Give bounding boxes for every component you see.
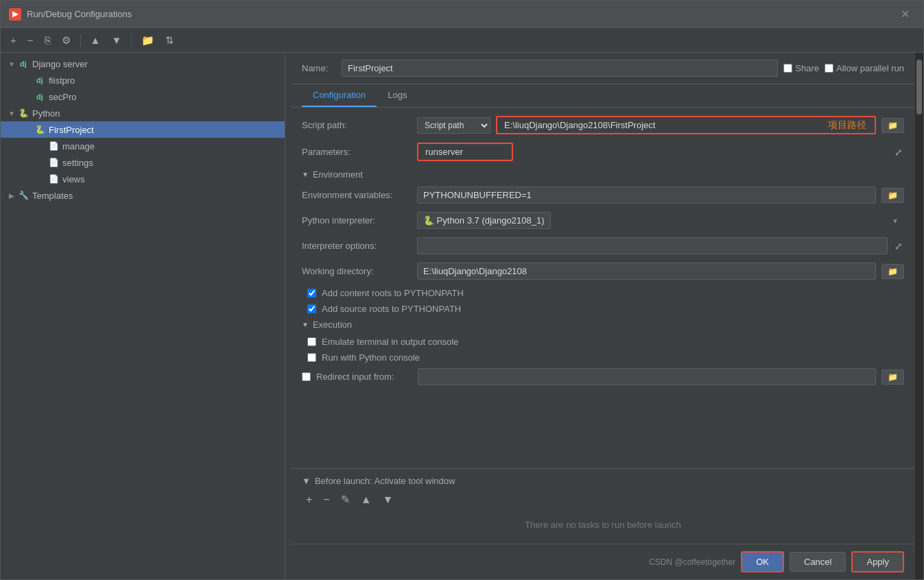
share-checkbox-label[interactable]: Share bbox=[783, 63, 819, 73]
emulate-terminal-label[interactable]: Emulate terminal in output console bbox=[322, 337, 458, 347]
redirect-input-checkbox[interactable] bbox=[302, 372, 311, 381]
env-variables-row: Environment variables: 📁 bbox=[302, 186, 904, 204]
python-interpreter-dropdown[interactable]: 🐍 Python 3.7 (django2108_1) bbox=[417, 212, 551, 229]
share-label: Share bbox=[795, 63, 819, 73]
redirect-input-browse-button[interactable]: 📁 bbox=[881, 370, 904, 385]
parallel-label: Allow parallel run bbox=[836, 63, 904, 73]
py-icon: 🐍 bbox=[34, 123, 46, 136]
sort-button[interactable]: ⇅ bbox=[161, 32, 178, 49]
launch-edit-button[interactable]: ✎ bbox=[337, 492, 354, 507]
launch-up-button[interactable]: ▲ bbox=[357, 492, 376, 507]
tree-label: views bbox=[62, 174, 85, 184]
working-directory-input[interactable] bbox=[417, 263, 876, 280]
tree-label: fiistpro bbox=[49, 75, 75, 86]
redirect-input-row: Redirect input from: 📁 bbox=[302, 368, 904, 385]
before-launch-label: Before launch: Activate tool window bbox=[315, 476, 455, 486]
parameters-expand-button[interactable]: ⤢ bbox=[893, 145, 904, 159]
left-panel: ▼ dj Django server dj fiistpro dj secPro bbox=[1, 53, 285, 579]
copy-button[interactable]: ⎘ bbox=[40, 32, 55, 48]
file-icon: 📄 bbox=[47, 140, 60, 152]
tree-item-templates[interactable]: ▶ 🔧 Templates bbox=[1, 187, 285, 204]
title-bar: ▶ Run/Debug Configurations ✕ bbox=[1, 1, 923, 28]
name-label: Name: bbox=[302, 63, 336, 73]
settings-button[interactable]: ⚙ bbox=[58, 32, 75, 49]
toolbar-divider-2 bbox=[131, 34, 132, 47]
execution-section-header[interactable]: ▼ Execution bbox=[302, 319, 904, 330]
environment-section-header[interactable]: ▼ Environment bbox=[302, 169, 904, 180]
script-path-input[interactable] bbox=[500, 119, 822, 132]
script-type-dropdown[interactable]: Script path Module name bbox=[417, 117, 490, 134]
before-launch-section: ▼ Before launch: Activate tool window + … bbox=[291, 468, 915, 544]
redirect-input-field[interactable] bbox=[418, 368, 876, 385]
right-scrollbar[interactable] bbox=[915, 53, 923, 579]
dj-icon: dj bbox=[34, 90, 46, 103]
add-source-roots-checkbox[interactable] bbox=[307, 304, 316, 313]
tab-logs[interactable]: Logs bbox=[377, 84, 418, 107]
folder-button[interactable]: 📁 bbox=[137, 32, 158, 49]
right-panel: Name: Share Allow parallel run Configura… bbox=[291, 53, 915, 579]
tree-item-secpro[interactable]: dj secPro bbox=[1, 88, 285, 105]
working-directory-browse-button[interactable]: 📁 bbox=[881, 264, 904, 279]
toolbar-divider bbox=[80, 34, 81, 47]
tree-label: secPro bbox=[49, 92, 76, 102]
add-button[interactable]: + bbox=[6, 32, 21, 48]
run-python-console-label[interactable]: Run with Python console bbox=[322, 352, 420, 363]
run-python-console-row: Run with Python console bbox=[307, 352, 904, 363]
script-path-browse-button[interactable]: 📁 bbox=[881, 118, 904, 133]
apply-button[interactable]: Apply bbox=[851, 551, 904, 572]
share-row: Share Allow parallel run bbox=[783, 63, 904, 73]
environment-arrow-icon: ▼ bbox=[302, 171, 309, 178]
tree-label: manage bbox=[62, 141, 95, 152]
parallel-checkbox[interactable] bbox=[825, 64, 833, 73]
run-python-console-checkbox[interactable] bbox=[307, 353, 316, 362]
before-launch-header: ▼ Before launch: Activate tool window bbox=[302, 476, 904, 486]
tree-item-django-server[interactable]: ▼ dj Django server bbox=[1, 56, 285, 72]
tree-item-views[interactable]: 📄 views bbox=[1, 171, 285, 187]
interpreter-options-input[interactable] bbox=[417, 237, 888, 254]
tree-item-fiistpro[interactable]: dj fiistpro bbox=[1, 72, 285, 88]
launch-toolbar: + − ✎ ▲ ▼ bbox=[302, 492, 904, 507]
launch-down-button[interactable]: ▼ bbox=[379, 492, 398, 507]
remove-button[interactable]: − bbox=[23, 32, 38, 48]
tab-configuration[interactable]: Configuration bbox=[302, 84, 377, 107]
content-area: ▼ dj Django server dj fiistpro dj secPro bbox=[1, 53, 923, 579]
run-debug-dialog: ▶ Run/Debug Configurations ✕ + − ⎘ ⚙ ▲ ▼… bbox=[0, 0, 924, 580]
launch-remove-button[interactable]: − bbox=[319, 492, 333, 507]
env-variables-input[interactable] bbox=[417, 186, 876, 204]
dj-icon: dj bbox=[34, 74, 46, 86]
redirect-input-label[interactable]: Redirect input from: bbox=[316, 372, 412, 382]
add-source-roots-label[interactable]: Add source roots to PYTHONPATH bbox=[322, 304, 461, 314]
resize-handle[interactable]: ⋮ bbox=[285, 53, 291, 579]
tree-item-manage[interactable]: 📄 manage bbox=[1, 138, 285, 154]
emulate-terminal-checkbox[interactable] bbox=[307, 337, 316, 346]
ok-button[interactable]: OK bbox=[741, 551, 784, 572]
working-directory-row: Working directory: 📁 bbox=[302, 263, 904, 280]
python-interpreter-label: Python interpreter: bbox=[302, 215, 412, 226]
tree-label: Python bbox=[32, 108, 60, 119]
cancel-button[interactable]: Cancel bbox=[790, 552, 846, 572]
close-button[interactable]: ✕ bbox=[895, 5, 915, 23]
toolbar: + − ⎘ ⚙ ▲ ▼ 📁 ⇅ bbox=[1, 28, 923, 53]
tree-item-firstproject[interactable]: 🐍 FirstProject bbox=[1, 121, 285, 138]
interpreter-options-expand-button[interactable]: ⤢ bbox=[893, 239, 904, 253]
name-input[interactable] bbox=[342, 60, 778, 77]
parameters-input[interactable] bbox=[421, 145, 545, 158]
dialog-icon: ▶ bbox=[9, 8, 21, 21]
add-content-roots-checkbox[interactable] bbox=[307, 289, 316, 298]
dj-icon: dj bbox=[17, 58, 29, 70]
tree-area: ▼ dj Django server dj fiistpro dj secPro bbox=[1, 53, 285, 579]
up-button[interactable]: ▲ bbox=[86, 32, 105, 48]
parallel-checkbox-label[interactable]: Allow parallel run bbox=[825, 63, 904, 73]
share-checkbox[interactable] bbox=[783, 64, 792, 73]
launch-add-button[interactable]: + bbox=[302, 492, 316, 507]
working-directory-label: Working directory: bbox=[302, 266, 412, 276]
file-icon: 📄 bbox=[47, 156, 60, 169]
tree-item-python[interactable]: ▼ 🐍 Python bbox=[1, 105, 285, 121]
scrollbar-thumb[interactable] bbox=[916, 60, 922, 114]
config-body: Script path: Script path Module name 项目路… bbox=[291, 108, 915, 468]
add-content-roots-label[interactable]: Add content roots to PYTHONPATH bbox=[322, 288, 464, 298]
tree-item-settings[interactable]: 📄 settings bbox=[1, 154, 285, 171]
down-button[interactable]: ▼ bbox=[107, 32, 126, 48]
dialog-title: Run/Debug Configurations bbox=[27, 9, 895, 19]
env-variables-browse-button[interactable]: 📁 bbox=[881, 188, 904, 203]
